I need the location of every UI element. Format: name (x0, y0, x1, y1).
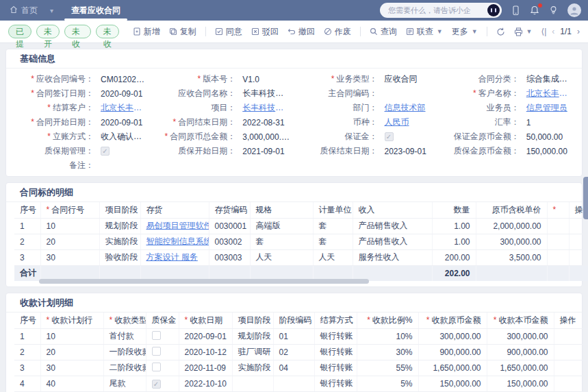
divider (205, 27, 206, 36)
table-row[interactable]: 3 30 二阶段收款 2020-11-09 实施阶段 04 银行转账 55% 1… (14, 360, 588, 376)
project-link[interactable]: 长丰科技高铁广告设计项目 (235, 102, 290, 114)
table-row[interactable]: 2 20 实施阶段 智能控制信息系统V3.0 003002 套 套 产品销售收入… (14, 234, 588, 249)
header-cell-type: *收款类型 (103, 313, 146, 328)
required-mark: * (553, 205, 557, 215)
required-mark: * (47, 205, 50, 215)
currency-link[interactable]: 人民币 (378, 117, 409, 128)
header-cell-date: *收款日期 (179, 313, 232, 328)
table-row[interactable]: 3 30 验收阶段 方案设计 服务 003003 人天 人天 服务性收入 200… (14, 249, 588, 265)
form-field-end-date: *合同结束日期：2022-08-31 (148, 117, 290, 128)
salesman-link[interactable]: 信息管理员 (520, 102, 567, 114)
chevron-down-icon: ▼ (526, 28, 533, 35)
header-cell-plan-line: *收款计划行 (40, 313, 103, 328)
basic-info-panel: 基础信息 *应收合同编号：CM01202000024 *版本号：V1.0 *业务… (5, 49, 583, 177)
action-toolbar: 已提交 未开票 未收入确认 未收款 新增 复制 同意 驳回 撤回 作废 (0, 21, 588, 43)
form-field-settle-customer: *结算客户：北京长丰科技信息技术有限任... (6, 102, 148, 114)
more-button[interactable]: 更多 ▼ (452, 26, 478, 38)
header-cell-stage: 项目阶段 (232, 313, 273, 328)
query-button[interactable]: 查询 (370, 26, 397, 38)
required-mark: * (198, 74, 201, 84)
field-value: 1 (520, 118, 531, 127)
withdraw-button[interactable]: 撤回 (287, 26, 315, 38)
table-row[interactable]: 1 10 首付款 2020-09-01 规划阶段 01 银行转账 10% 300… (14, 328, 588, 344)
field-value: 3,000,000.00 (235, 132, 290, 142)
required-mark: * (47, 132, 51, 141)
vertical-scrollbar[interactable] (583, 177, 588, 219)
horizontal-scrollbar[interactable] (39, 279, 369, 284)
header-cell-code: 存货编码 (209, 202, 250, 218)
page-indicator: 1/1 (560, 27, 572, 36)
warranty-mgmt-checkbox (101, 147, 110, 156)
divider (487, 27, 487, 36)
header-cell-item: 存货 (140, 202, 209, 218)
bell-icon[interactable] (530, 5, 539, 16)
table-row[interactable]: 2 20 一阶段收款 2020-10-12 驻厂调研 02 银行转账 30% 9… (14, 344, 588, 360)
avatar[interactable] (567, 3, 581, 17)
mobile-icon[interactable] (511, 5, 520, 16)
refresh-button[interactable] (496, 27, 505, 36)
field-value: CM01202000024 (94, 75, 148, 84)
field-value: V1.0 (235, 75, 259, 84)
home-tab-label: 首页 (21, 5, 38, 16)
table-row[interactable]: 1 10 规划阶段 易创项目管理软件 0030001 高端版 套 产品销售收入 … (14, 218, 588, 234)
lightbulb-icon[interactable] (549, 5, 558, 16)
form-field-total-amount: *合同原币总金额：3,000,000.00 (148, 131, 290, 143)
payment-plan-table: 序号 *收款计划行 *收款类型 质保金 *收款日期 项目阶段 阶段编码 结算方式… (14, 313, 588, 392)
robot-assistant-icon[interactable] (487, 4, 500, 16)
required-mark: * (367, 315, 370, 325)
form-field-warranty-mgmt: 质保期管理： (6, 145, 148, 157)
form-field-warranty-amount: 质保金原币金额：150,000.00 (432, 145, 574, 157)
customer-name-link[interactable]: 北京长丰科技信息技术有限任... (520, 88, 574, 99)
void-button[interactable]: 作废 (324, 26, 351, 38)
payment-plan-title: 收款计划明细 (6, 293, 582, 313)
field-value: 收入确认单立账 (94, 131, 148, 143)
header-cell-price: 原币含税单价 (476, 202, 547, 218)
copy-button[interactable]: 复制 (169, 26, 196, 38)
pagination: ⟨| ‹ 1/1 › (541, 27, 580, 36)
chevron-down-icon[interactable]: ▾ (44, 7, 59, 14)
field-value: 2023-09-01 (378, 147, 426, 156)
linked-query-button[interactable]: 联查 ▼ (406, 26, 443, 38)
settle-customer-link[interactable]: 北京长丰科技信息技术有限任... (94, 102, 148, 114)
home-tab[interactable]: 首页 (0, 0, 44, 21)
required-mark: * (110, 315, 113, 325)
assistant-search-input[interactable] (388, 6, 487, 14)
active-tab-label: 查看应收合同 (71, 5, 120, 16)
add-button[interactable]: 新增 (133, 26, 160, 38)
item-link[interactable]: 智能控制信息系统V3.0 (146, 236, 209, 246)
item-link[interactable]: 方案设计 服务 (146, 252, 198, 262)
department-link[interactable]: 信息技术部 (378, 102, 426, 114)
next-page-button[interactable]: › (577, 27, 580, 36)
required-mark: * (173, 117, 177, 127)
required-mark: * (473, 88, 476, 98)
item-link[interactable]: 易创项目管理软件 (146, 221, 209, 230)
reject-button[interactable]: 驳回 (251, 26, 279, 38)
house-icon (10, 5, 18, 16)
agree-button[interactable]: 同意 (215, 26, 242, 38)
toolbar-actions: 新增 复制 同意 驳回 撤回 作废 查询 联查 (124, 26, 580, 38)
active-tab[interactable]: 查看应收合同 (59, 0, 133, 21)
required-mark: * (31, 117, 34, 127)
table-row[interactable]: 4 40 尾款 2022-10-10 银行转账 5% 150,000.00 15… (14, 376, 588, 391)
basic-info-form: *应收合同编号：CM01202000024 *版本号：V1.0 *业务类型：应收… (6, 69, 582, 176)
form-field-contract-no: *应收合同编号：CM01202000024 (6, 73, 148, 85)
header-cell-stage: 项目阶段 (99, 202, 140, 218)
status-badge-income-unconfirmed: 未收入确认 (64, 25, 91, 38)
assistant-search[interactable] (380, 3, 502, 18)
field-value: 长丰科技信息化项目合同 (235, 88, 290, 99)
deposit-checkbox (385, 132, 394, 141)
subject-header-row: 序号 *合同行号 项目阶段 存货 存货编码 规格 计量单位 收入 数量 原币含税… (14, 202, 588, 218)
field-value: 综合集成项目 (520, 73, 574, 85)
top-navbar: 首页 ▾ 查看应收合同 (0, 0, 588, 21)
header-cell-stage-code: 阶段编码 (273, 313, 314, 328)
required-mark: * (185, 315, 188, 325)
header-cell-no: 序号 (14, 313, 40, 328)
header-cell-local-amount: *收款本币金额 (487, 313, 554, 328)
warranty-checkbox (152, 380, 161, 389)
prev-page-button[interactable]: ‹ (552, 27, 554, 36)
first-page-button[interactable]: ⟨| (541, 27, 547, 36)
field-value: 150,000.00 (520, 147, 567, 156)
subject-detail-table: 序号 *合同行号 项目阶段 存货 存货编码 规格 计量单位 收入 数量 原币含税… (14, 202, 588, 281)
header-cell-method: 结算方式 (314, 313, 357, 328)
print-button[interactable]: ▼ (514, 27, 533, 36)
